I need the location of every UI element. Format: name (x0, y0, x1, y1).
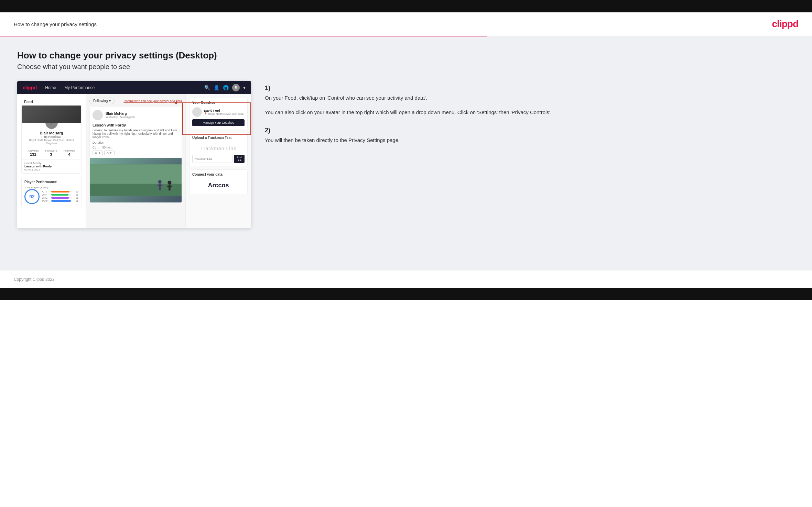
pp-bar-val: 85 (73, 194, 78, 196)
trackman-input-row: Add Link (192, 155, 245, 163)
pp-bar-label: ARG (42, 197, 50, 199)
pp-bar-label: PUTT (42, 200, 50, 202)
trackman-widget-title: Upload a Trackman Test (192, 136, 245, 140)
page-header: How to change your privacy settings clip… (0, 12, 812, 36)
stat-followers: Followers 3 (45, 149, 57, 156)
arccos-logo: Arccos (192, 179, 245, 192)
svg-rect-2 (90, 164, 182, 184)
pp-bar-val: 96 (73, 200, 78, 202)
add-link-button[interactable]: Add Link (234, 155, 245, 163)
pp-bar-label: APP (42, 194, 50, 196)
post-tags: OTT APP (93, 151, 179, 155)
profile-card: 🏌 Blair McHarg Plus Handicap Royal North… (21, 105, 82, 174)
coach-avatar (192, 107, 202, 117)
stat-following-value: 4 (64, 152, 75, 156)
pp-bar-fill (51, 191, 69, 192)
post-tag-app: APP (104, 151, 115, 155)
footer-text: Copyright Clippd 2022 (14, 277, 55, 282)
pp-bar-label: OTT (42, 190, 50, 193)
app-nav-performance[interactable]: My Performance (64, 85, 95, 90)
manage-coaches-button[interactable]: Manage Your Coaches (192, 119, 245, 126)
stat-activities: Activities 131 (28, 149, 39, 156)
person-icon[interactable]: 👤 (214, 85, 219, 90)
app-nav: clippd Home My Performance 🔍 👤 🌐 B ▾ (17, 81, 251, 94)
pp-score-circle: 92 (24, 189, 40, 204)
post-author-name: Blair McHarg (106, 112, 135, 115)
pp-bar-track (51, 200, 72, 202)
pp-bars: OTT90APP85ARG86PUTT96 (42, 190, 78, 203)
profile-info: Blair McHarg Plus Handicap Royal North D… (22, 130, 81, 159)
step2-text: You will then be taken directly to the P… (265, 136, 795, 144)
top-bar (0, 0, 812, 12)
player-performance-card: Player Performance Total Player Quality … (21, 177, 82, 207)
app-nav-home[interactable]: Home (45, 85, 56, 90)
step1-number: 1) (265, 85, 795, 92)
connect-widget-title: Connect your data (192, 173, 245, 176)
svg-point-3 (167, 180, 171, 184)
post-duration-label: Duration (93, 141, 179, 144)
post-tag-ott: OTT (93, 151, 103, 155)
pp-bar-fill (51, 197, 69, 199)
latest-activity-date: 03 Aug 2022 (24, 168, 78, 171)
page-heading: How to change your privacy settings (Des… (17, 50, 795, 61)
coaches-widget-title: Your Coaches (192, 101, 245, 104)
coach-item: David Ford 📍 Royal North Devon Golf Club (192, 107, 245, 117)
following-chevron-icon: ▾ (109, 99, 111, 103)
profile-banner (22, 106, 81, 123)
instructions-panel: 1) On your Feed, click/tap on 'Control w… (265, 81, 795, 155)
feed-header: Following ▾ Control who can see your act… (89, 98, 182, 104)
profile-handicap: Plus Handicap (24, 135, 78, 139)
compass-icon[interactable]: 🌐 (223, 85, 229, 90)
two-column-layout: clippd Home My Performance 🔍 👤 🌐 B ▾ Fee… (17, 81, 795, 228)
chevron-down-icon[interactable]: ▾ (243, 85, 246, 90)
coaches-widget: Your Coaches David Ford 📍 Royal North De… (189, 98, 248, 129)
stat-activities-value: 131 (28, 152, 39, 156)
step1-extra: You can also click on your avatar in the… (265, 108, 795, 117)
stat-activities-label: Activities (28, 149, 39, 152)
latest-activity: Latest Activity Lesson with Fordy 03 Aug… (22, 159, 81, 173)
app-right-sidebar: Your Coaches David Ford 📍 Royal North De… (186, 94, 251, 228)
stat-followers-label: Followers (45, 149, 57, 152)
post-header: Blair McHarg Yesterday · Sunningdale (90, 107, 182, 123)
profile-stats: Activities 131 Followers 3 Following 4 (24, 147, 78, 156)
step1-text: On your Feed, click/tap on 'Control who … (265, 94, 795, 102)
stat-following-label: Following (64, 149, 75, 152)
pp-quality-label: Total Player Quality (24, 186, 78, 189)
avatar[interactable]: B (232, 84, 240, 91)
step2-number: 2) (265, 127, 795, 134)
duration-label-text: Duration (93, 141, 104, 144)
location-icon: 📍 (204, 112, 207, 115)
post-duration-value: 01 hr : 30 min (93, 146, 179, 149)
golf-scene-svg (90, 158, 182, 202)
pp-body: 92 OTT90APP85ARG86PUTT96 (24, 189, 78, 204)
search-icon[interactable]: 🔍 (204, 85, 210, 90)
following-dropdown[interactable]: Following ▾ (89, 98, 115, 104)
coach-club: 📍 Royal North Devon Golf Club (204, 112, 243, 115)
main-content: How to change your privacy settings (Des… (0, 36, 812, 270)
app-nav-logo: clippd (23, 85, 37, 90)
connect-widget: Connect your data Arccos (189, 169, 248, 195)
post-image (90, 158, 182, 202)
page-subheading: Choose what you want people to see (17, 63, 795, 71)
bottom-bar (0, 288, 812, 300)
post-location: Yesterday · Sunningdale (106, 115, 135, 119)
stat-following: Following 4 (64, 149, 75, 156)
profile-name: Blair McHarg (24, 131, 78, 135)
control-link[interactable]: Control who can see your activity and da… (123, 99, 182, 103)
pp-bar-row: PUTT96 (42, 200, 78, 202)
trackman-input[interactable] (192, 155, 232, 163)
pp-bar-val: 86 (73, 197, 78, 199)
post-avatar (93, 110, 103, 120)
page-title: How to change your privacy settings (14, 21, 97, 27)
pp-bar-row: ARG86 (42, 197, 78, 199)
svg-rect-8 (158, 185, 162, 186)
app-center-feed: Following ▾ Control who can see your act… (86, 94, 186, 228)
feed-tab[interactable]: Feed (21, 98, 82, 105)
pp-bar-val: 90 (73, 190, 78, 193)
app-body: Feed 🏌 Blair McHarg Plus Handicap Ro (17, 94, 251, 228)
pp-title: Player Performance (24, 180, 78, 184)
svg-rect-4 (169, 185, 171, 191)
app-nav-icons: 🔍 👤 🌐 B ▾ (204, 84, 246, 91)
pp-bar-fill (51, 200, 71, 202)
footer: Copyright Clippd 2022 (0, 270, 812, 288)
